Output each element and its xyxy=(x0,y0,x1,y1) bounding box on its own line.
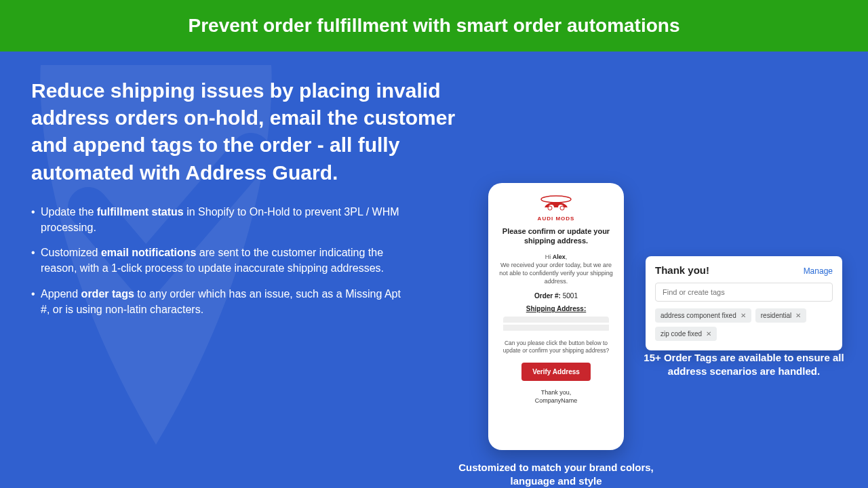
tag-remove-icon[interactable]: ✕ xyxy=(795,312,801,319)
svg-point-0 xyxy=(541,196,571,203)
svg-point-2 xyxy=(560,206,564,210)
order-tag[interactable]: address component fixed✕ xyxy=(655,308,751,323)
shipping-address-placeholder xyxy=(503,317,609,333)
top-banner-title: Prevent order fulfillment with smart ord… xyxy=(188,15,679,37)
tag-label: address component fixed xyxy=(660,312,736,319)
tag-label: zip code fixed xyxy=(660,330,702,338)
email-ask-text: Can you please click the button below to… xyxy=(500,340,612,354)
left-copy: Reduce shipping issues by placing invali… xyxy=(31,77,465,327)
svg-point-1 xyxy=(548,206,552,210)
order-tag[interactable]: residential✕ xyxy=(755,308,807,323)
merchant-logo: AUDI MODS xyxy=(529,195,583,222)
tags-card-title: Thank you! xyxy=(655,264,709,276)
main-area: Reduce shipping issues by placing invali… xyxy=(0,52,868,488)
bullet-list: Update the fulfillment status in Shopify… xyxy=(31,204,465,317)
bullet-item: Append order tags to any order which has… xyxy=(31,286,411,317)
tag-remove-icon[interactable]: ✕ xyxy=(741,312,746,319)
email-signoff: Thank you, CompanyName xyxy=(496,389,616,405)
tags-container: address component fixed✕ residential✕ zi… xyxy=(655,308,833,341)
top-banner: Prevent order fulfillment with smart ord… xyxy=(0,0,868,52)
email-preview-card: AUDI MODS Please confirm or update your … xyxy=(488,183,624,450)
email-preview-caption: Customized to match your brand colors, l… xyxy=(446,461,666,488)
email-header: Please confirm or update your shipping a… xyxy=(496,227,616,246)
order-number: Order #: 5001 xyxy=(496,292,616,300)
bullet-item: Customized email notifications are sent … xyxy=(31,245,411,276)
bullet-item: Update the fulfillment status in Shopify… xyxy=(31,204,411,235)
order-tag[interactable]: zip code fixed✕ xyxy=(655,327,717,341)
car-icon xyxy=(538,195,574,213)
manage-link[interactable]: Manage xyxy=(804,266,833,276)
shipping-address-header: Shipping Address: xyxy=(496,305,616,312)
tag-remove-icon[interactable]: ✕ xyxy=(706,330,711,338)
verify-address-button[interactable]: Verify Address xyxy=(521,363,591,381)
tags-search-input[interactable] xyxy=(655,283,833,302)
merchant-brand-text: AUDI MODS xyxy=(529,216,583,222)
email-greeting-body: Hi Alex, We received your order today, b… xyxy=(496,253,616,286)
headline: Reduce shipping issues by placing invali… xyxy=(31,77,465,186)
tags-card: Thank you! Manage address component fixe… xyxy=(646,256,842,350)
tags-card-caption: 15+ Order Tags are available to ensure a… xyxy=(640,351,848,379)
tag-label: residential xyxy=(761,312,792,319)
